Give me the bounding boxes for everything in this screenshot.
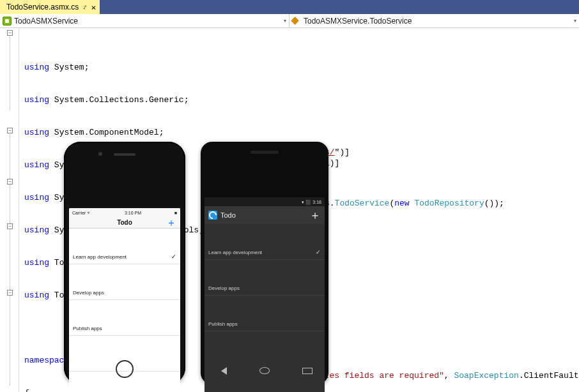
code-editor[interactable]: − − − − − using System; using System.Col… — [0, 28, 579, 392]
android-screen: ▾ ⬛ 3:18 Todo ＋ Learn app development ✓ — [205, 197, 325, 392]
ios-title: Todo — [117, 217, 132, 228]
pin-icon[interactable]: ⟟ — [82, 3, 88, 10]
list-item[interactable]: Develop apps — [205, 282, 325, 296]
fold-guide — [10, 36, 10, 110]
add-icon[interactable]: ＋ — [166, 218, 176, 228]
project-icon — [3, 17, 12, 26]
list-item[interactable]: Develop apps — [69, 286, 180, 300]
speaker-icon — [114, 153, 135, 156]
list-item[interactable]: Learn app development ✓ — [69, 250, 180, 264]
todo-label: Learn app development — [208, 247, 262, 258]
fold-toggle[interactable]: − — [7, 223, 13, 229]
recent-icon[interactable] — [302, 367, 313, 379]
code-line: using System; — [19, 62, 579, 73]
todo-label: Learn app development — [73, 252, 127, 262]
list-item[interactable]: Publish apps — [69, 322, 180, 336]
code-fragment: s.TodoService(new TodoRepository()); — [325, 198, 504, 209]
fold-gutter: − − − − − — [0, 28, 19, 392]
fold-toggle[interactable]: − — [7, 30, 13, 36]
tab-filename: TodoService.asmx.cs — [6, 3, 79, 11]
home-icon[interactable] — [259, 367, 270, 379]
code-fragment: notes fields are required", SoapExceptio… — [314, 370, 579, 381]
code-line: using System.ComponentModel; — [19, 127, 579, 138]
ios-nav-bar: Todo ＋ — [69, 217, 180, 229]
android-mockup: ▾ ⬛ 3:18 Todo ＋ Learn app development ✓ — [201, 142, 328, 384]
member-dropdown[interactable]: TodoASMXService.TodoService ▾ — [290, 14, 579, 27]
fold-toggle[interactable]: − — [7, 179, 13, 185]
code-line: using System.Collections.Generic; — [19, 94, 579, 105]
todo-label: Publish apps — [208, 319, 238, 329]
android-app-bar: Todo ＋ — [205, 206, 325, 224]
tab-todoservice[interactable]: TodoService.asmx.cs ⟟ × — [0, 0, 100, 14]
camera-icon — [98, 152, 102, 156]
todo-label: Develop apps — [73, 287, 104, 298]
xamarin-icon — [208, 211, 217, 220]
todo-label: Develop apps — [208, 283, 240, 294]
fold-toggle[interactable]: − — [7, 290, 13, 296]
list-item[interactable]: Learn app development ✓ — [205, 246, 325, 260]
check-icon: ✓ — [316, 247, 321, 258]
add-icon[interactable]: ＋ — [309, 209, 321, 221]
chevron-down-icon: ▾ — [574, 18, 576, 24]
android-status-bar: ▾ ⬛ 3:18 — [205, 197, 325, 206]
home-button-icon[interactable] — [116, 360, 134, 378]
fold-toggle[interactable]: − — [7, 128, 13, 133]
back-icon[interactable] — [217, 367, 227, 379]
iphone-mockup: Carrier ᯤ 3:10 PM ■ Todo ＋ Learn app dev… — [64, 142, 185, 384]
document-tab-bar: TodoService.asmx.cs ⟟ × — [0, 0, 579, 14]
android-title: Todo — [220, 210, 306, 221]
check-icon: ✓ — [171, 252, 176, 262]
list-item[interactable]: Publish apps — [205, 317, 325, 331]
fold-guide — [10, 134, 10, 386]
chevron-down-icon: ▾ — [284, 18, 286, 24]
speaker-icon — [251, 151, 279, 154]
navigation-bar: TodoASMXService ▾ TodoASMXService.TodoSe… — [0, 14, 579, 28]
scope-label: TodoASMXService — [14, 17, 78, 26]
scope-dropdown[interactable]: TodoASMXService ▾ — [0, 14, 290, 27]
member-label: TodoASMXService.TodoService — [304, 17, 412, 26]
close-icon[interactable]: × — [91, 3, 96, 12]
ios-status-bar: Carrier ᯤ 3:10 PM ■ — [69, 208, 180, 217]
method-icon — [292, 17, 301, 26]
code-pane[interactable]: using System; using System.Collections.G… — [19, 28, 579, 392]
android-nav-buttons — [201, 367, 328, 379]
todo-label: Publish apps — [73, 323, 102, 334]
